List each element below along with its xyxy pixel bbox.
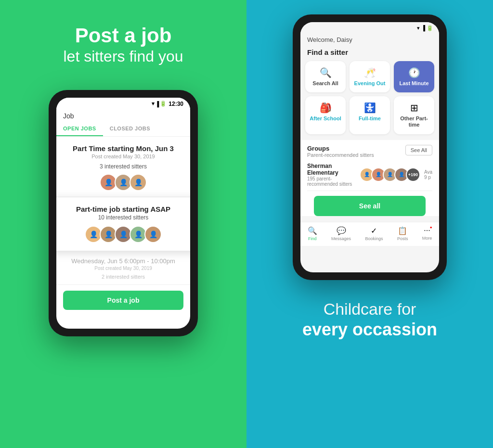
job3-title: Wednesday, Jun 5 6:00pm - 10:00pm [63, 257, 183, 265]
job3-date: Post created May 30, 2019 [63, 266, 183, 271]
cat-search-all-label: Search All [312, 80, 338, 87]
avatar: 👤 [144, 226, 162, 243]
groups-title: Groups [307, 145, 374, 152]
school-info: Sherman Elementary 195 parent-recommende… [307, 163, 360, 187]
cat-full-time-label: Full-time [359, 115, 381, 122]
find-icon: 🔍 [308, 226, 317, 235]
cat-after-school[interactable]: 🎒 After School [305, 96, 346, 134]
find-sitter-title: Find a sitter [300, 47, 439, 61]
phone-right: ▾ ▐ 🔋 Welcome, Daisy Find a sitter 🔍 Sea… [293, 14, 447, 280]
school-avatars: 👤 👤 👤 👤 +190 [360, 167, 420, 182]
job2-title: Part-time job starting ASAP [58, 205, 188, 213]
nav-more[interactable]: ···● More [422, 226, 432, 241]
cat-evening-out-label: Evening Out [354, 80, 386, 87]
phone-screen-right: ▾ ▐ 🔋 Welcome, Daisy Find a sitter 🔍 Sea… [300, 22, 439, 272]
bookings-icon: ✓ [371, 226, 377, 235]
left-headline: Post a job let sitters find you [64, 24, 183, 66]
cat-last-minute-label: Last Minute [399, 80, 428, 87]
cat-search-all[interactable]: 🔍 Search All [305, 61, 346, 92]
job1-interested: 3 interested sitters [63, 163, 183, 170]
evening-out-icon: 🥂 [364, 67, 376, 78]
right-status-icons: ▾ ▐ 🔋 [417, 25, 433, 31]
job3-interested: 2 interested sitters [63, 274, 183, 280]
wifi-icon: ▾ [152, 101, 155, 107]
school-row: Sherman Elementary 195 parent-recommende… [307, 159, 432, 191]
nav-find-label: Find [308, 236, 317, 241]
tabs-row: OPEN JOBS CLOSED JOBS [56, 122, 190, 137]
see-all-green-button[interactable]: See all [314, 196, 426, 216]
job1-date: Post created May 30, 2019 [63, 154, 183, 159]
left-panel: Post a job let sitters find you ▾ ▐ 🔋 12… [0, 0, 246, 448]
cat-after-school-label: After School [310, 115, 341, 122]
phone-left: ▾ ▐ 🔋 12:30 Job OPEN JOBS CLOSED JOBS Pa… [49, 90, 198, 336]
avatar: 👤 [130, 174, 147, 191]
nav-more-label: More [422, 236, 432, 241]
more-badge: +190 [406, 167, 420, 182]
groups-titles: Groups Parent-recommended sitters [307, 145, 374, 158]
phone-screen-left: ▾ ▐ 🔋 12:30 Job OPEN JOBS CLOSED JOBS Pa… [56, 98, 190, 329]
bottom-line1: Childcare for [302, 299, 437, 319]
nav-bookings-label: Bookings [365, 236, 383, 241]
job-card-3: Wednesday, Jun 5 6:00pm - 10:00pm Post c… [56, 251, 190, 285]
job2-interested: 10 interested sitters [58, 214, 188, 221]
cat-other-part-time-label: Other Part-time [397, 115, 431, 128]
job1-avatars: 👤 👤 👤 [63, 174, 183, 191]
battery-icon: 🔋 [160, 101, 167, 107]
signal-icon: ▐ [156, 101, 159, 107]
cat-other-part-time[interactable]: ⊞ Other Part-time [394, 96, 434, 134]
job-header: Job [56, 109, 190, 120]
see-all-button[interactable]: See All [405, 145, 432, 155]
headline-light: let sitters find you [64, 47, 183, 65]
welcome-text: Welcome, Daisy [300, 33, 439, 47]
status-time: 12:30 [169, 101, 183, 107]
groups-subtitle: Parent-recommended sitters [307, 152, 374, 158]
right-bottom-text: Childcare for every occassion [302, 299, 437, 340]
posts-icon: 📋 [398, 226, 407, 235]
nav-messages-label: Messages [331, 236, 351, 241]
school-count: 195 parent-recommended sitters [307, 176, 360, 187]
status-bar: ▾ ▐ 🔋 12:30 [56, 98, 190, 109]
nav-find[interactable]: 🔍 Find [308, 226, 317, 241]
nav-posts-label: Posts [397, 236, 408, 241]
groups-header: Groups Parent-recommended sitters See Al… [307, 145, 432, 158]
cat-full-time[interactable]: 🚼 Full-time [350, 96, 390, 134]
category-grid: 🔍 Search All 🥂 Evening Out 🕐 Last Minute… [300, 61, 439, 140]
tab-open-jobs[interactable]: OPEN JOBS [56, 122, 103, 136]
right-status-bar: ▾ ▐ 🔋 [300, 22, 439, 33]
bottom-nav: 🔍 Find 💬 Messages ✓ Bookings 📋 Posts ···… [300, 222, 439, 246]
signal-icons: ▾ ▐ 🔋 [152, 101, 167, 107]
floating-card: Part-time job starting ASAP 10 intereste… [56, 197, 190, 251]
right-panel: ▾ ▐ 🔋 Welcome, Daisy Find a sitter 🔍 Sea… [246, 0, 493, 448]
post-job-button[interactable]: Post a job [63, 291, 183, 310]
avail-text: Ava9 p [424, 169, 432, 180]
more-icon: ···● [424, 226, 430, 235]
nav-posts[interactable]: 📋 Posts [397, 226, 408, 241]
groups-section: Groups Parent-recommended sitters See Al… [300, 140, 439, 216]
last-minute-icon: 🕐 [408, 67, 420, 78]
job2-avatars: 👤 👤 👤 👤 👤 [58, 226, 188, 243]
job1-title: Part Time starting Mon, Jun 3 [63, 144, 183, 153]
tab-closed-jobs[interactable]: CLOSED JOBS [103, 122, 157, 136]
other-part-time-icon: ⊞ [410, 102, 418, 114]
cat-evening-out[interactable]: 🥂 Evening Out [350, 61, 390, 92]
job-card-1: Part Time starting Mon, Jun 3 Post creat… [56, 137, 190, 197]
nav-messages[interactable]: 💬 Messages [331, 226, 351, 241]
bottom-line2: every occassion [302, 319, 437, 340]
messages-icon: 💬 [337, 226, 346, 235]
after-school-icon: 🎒 [320, 102, 332, 114]
nav-bookings[interactable]: ✓ Bookings [365, 226, 383, 241]
school-name: Sherman Elementary [307, 163, 360, 176]
cat-last-minute[interactable]: 🕐 Last Minute [394, 61, 434, 92]
full-time-icon: 🚼 [364, 102, 376, 114]
search-all-icon: 🔍 [320, 67, 332, 78]
headline-bold: Post a job [64, 24, 183, 47]
